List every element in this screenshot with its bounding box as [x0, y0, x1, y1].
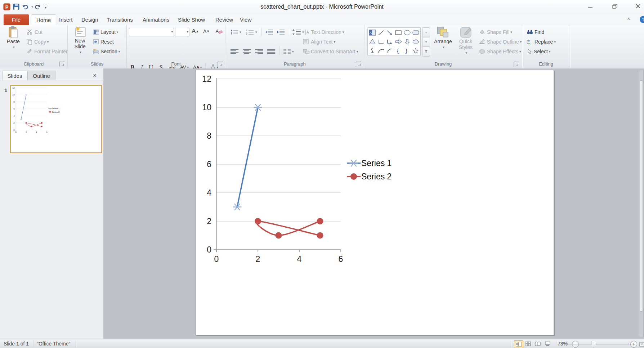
vertical-scrollbar-thumb[interactable]	[640, 80, 643, 312]
paste-icon	[8, 26, 19, 39]
panel-close-icon[interactable]: ×	[93, 72, 97, 79]
cut-button[interactable]: Cut	[27, 28, 43, 36]
slide-show-button[interactable]	[543, 340, 552, 347]
arrange-button[interactable]: Arrange ▾	[432, 26, 454, 50]
decrease-indent-button[interactable]	[265, 28, 273, 36]
text-direction-button[interactable]: A Text Direction▾	[303, 28, 344, 36]
align-right-button[interactable]	[255, 47, 263, 55]
zoom-in-button[interactable]: +	[630, 341, 637, 348]
grow-font-button[interactable]: A▲	[192, 27, 199, 35]
align-text-button[interactable]: Align Text▾	[303, 37, 335, 46]
shape-freeform-icon[interactable]	[368, 46, 377, 55]
increase-indent-button[interactable]	[277, 28, 285, 36]
justify-button[interactable]	[267, 47, 275, 55]
bullets-button[interactable]: ▾	[231, 28, 241, 36]
font-name-combo[interactable]: ▾	[129, 28, 174, 36]
shape-cloud-icon[interactable]	[411, 37, 420, 46]
tab-insert[interactable]: Insert	[54, 14, 78, 25]
shrink-font-button[interactable]: A▼	[203, 27, 210, 35]
shape-effects-button[interactable]: Shape Effects▾	[479, 47, 521, 55]
format-painter-button[interactable]: Format Painter	[27, 47, 68, 55]
fit-to-window-button[interactable]	[638, 341, 644, 348]
theme-indicator[interactable]: "Office Theme"	[37, 341, 70, 347]
tab-file[interactable]: File	[4, 14, 29, 25]
tab-view[interactable]: View	[235, 14, 256, 25]
clipboard-dialog-launcher[interactable]	[59, 62, 64, 67]
minimize-ribbon-icon[interactable]: ˄	[627, 17, 630, 22]
drawing-dialog-launcher[interactable]	[514, 62, 519, 67]
shape-gallery-scroll-down[interactable]: ▼	[422, 37, 430, 47]
align-center-button[interactable]	[243, 47, 251, 55]
shape-right-arrow-icon[interactable]	[394, 37, 403, 46]
align-left-button[interactable]	[231, 47, 238, 55]
normal-view-button[interactable]	[514, 340, 523, 348]
svg-text:10: 10	[12, 94, 14, 96]
shape-elbow-connector-icon[interactable]	[377, 37, 385, 46]
slide-thumbnail-row[interactable]: 1 0246810120246Series 1Series 2	[1, 84, 102, 155]
line-spacing-button[interactable]: ▾	[292, 28, 304, 36]
font-size-combo[interactable]: ▾	[175, 28, 189, 36]
vertical-scrollbar[interactable]	[639, 70, 644, 337]
restore-button[interactable]	[609, 1, 621, 11]
clear-formatting-button[interactable]: A	[215, 27, 223, 35]
shape-brace-right-icon[interactable]: }	[403, 46, 411, 55]
svg-text:12: 12	[12, 87, 14, 89]
slide[interactable]: 0246810120246Series 1Series 2	[196, 70, 554, 335]
thumbnail-chart: 0246810120246Series 1Series 2	[11, 86, 100, 151]
shape-down-arrow-icon[interactable]	[403, 37, 411, 46]
shape-elbow-arrow-icon[interactable]	[385, 37, 394, 46]
tab-review[interactable]: Review	[210, 14, 238, 25]
slide-canvas[interactable]: 0246810120246Series 1Series 2	[103, 68, 644, 339]
shape-triangle-icon[interactable]	[368, 37, 377, 46]
zoom-slider-track[interactable]	[565, 344, 629, 344]
svg-text:0: 0	[15, 131, 17, 133]
select-button[interactable]: Select▾	[527, 47, 550, 55]
close-button[interactable]	[632, 1, 644, 11]
quick-styles-button[interactable]: Quick Styles ▾	[455, 26, 476, 56]
tab-design[interactable]: Design	[76, 14, 103, 25]
slide-chart[interactable]: 0246810120246Series 1Series 2	[196, 70, 554, 335]
layout-button[interactable]: Layout▾	[93, 28, 118, 36]
shape-text-box-icon[interactable]: A	[368, 28, 377, 37]
shape-gallery-more[interactable]: ▼	[422, 47, 430, 57]
minimize-button[interactable]	[584, 1, 596, 11]
shape-rounded-rectangle-icon[interactable]	[411, 28, 420, 37]
paragraph-dialog-launcher[interactable]	[356, 62, 361, 67]
shape-arrow-line-icon[interactable]	[385, 28, 394, 37]
tab-slide-show[interactable]: Slide Show	[173, 14, 210, 25]
panel-tab-slides[interactable]: Slides	[2, 71, 27, 80]
numbering-button[interactable]: 123 ▾	[246, 28, 257, 36]
shape-star-icon[interactable]	[411, 46, 420, 55]
slide-indicator[interactable]: Slide 1 of 1	[4, 341, 29, 347]
shape-line-icon[interactable]	[377, 28, 385, 37]
copy-button[interactable]: Copy▾	[27, 37, 49, 46]
section-button[interactable]: Section▾	[93, 47, 120, 55]
shape-gallery-scroll-up[interactable]: ▲	[422, 27, 430, 37]
tab-transitions[interactable]: Transitions	[102, 14, 138, 25]
shape-brace-left-icon[interactable]: {	[394, 46, 403, 55]
zoom-slider-thumb[interactable]	[591, 341, 596, 347]
panel-tab-outline[interactable]: Outline	[27, 71, 55, 80]
slide-thumbnail[interactable]: 0246810120246Series 1Series 2	[10, 85, 102, 153]
slide-sorter-view-button[interactable]	[524, 340, 532, 347]
tab-animations[interactable]: Animations	[138, 14, 174, 25]
help-icon[interactable]: ?	[640, 16, 644, 23]
columns-button[interactable]: ▾	[283, 47, 294, 55]
reset-button[interactable]: Reset	[93, 37, 114, 46]
paste-button[interactable]: Paste ▾	[4, 26, 23, 50]
shape-curve-icon[interactable]	[377, 46, 385, 55]
shape-rectangle-icon[interactable]	[394, 28, 403, 37]
replace-button[interactable]: abac Replace▾	[527, 37, 556, 46]
shape-gallery[interactable]: A{}	[367, 27, 421, 56]
shape-fill-button[interactable]: Shape Fill▾	[479, 28, 512, 36]
shape-oval-icon[interactable]	[403, 28, 411, 37]
shape-arc-icon[interactable]	[385, 46, 394, 55]
shape-outline-button[interactable]: Shape Outline▾	[479, 37, 522, 46]
new-slide-button[interactable]: New Slide ▾	[70, 26, 90, 55]
find-button[interactable]: Find	[527, 28, 544, 36]
tab-home[interactable]: Home	[31, 14, 56, 25]
reading-view-button[interactable]	[533, 340, 542, 347]
convert-to-smartart-button[interactable]: Convert to SmartArt▾	[303, 47, 358, 55]
font-dialog-launcher[interactable]	[218, 62, 223, 67]
svg-text:6: 6	[46, 131, 47, 133]
